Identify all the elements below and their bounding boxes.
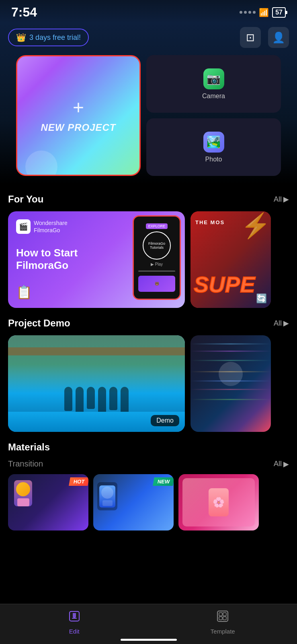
side-buttons: 📷 Camera 🏞️ Photo xyxy=(146,55,281,176)
materials-section: Materials Transition All ▶ HOT xyxy=(0,432,297,530)
svg-rect-6 xyxy=(219,617,222,620)
for-you-cards: 🎬 WondershareFilmoraGo How to StartFilmo… xyxy=(8,211,289,308)
super-card[interactable]: ⚡ THE MOS SUPE 🔄 xyxy=(190,211,271,308)
photo-label: Photo xyxy=(205,156,222,163)
header-actions: ⊡ 👤 xyxy=(240,27,289,48)
holographic-effect xyxy=(190,335,271,432)
transition-cards: HOT NEW 🌸 xyxy=(8,474,289,530)
edit-label: Edit xyxy=(69,628,80,635)
svg-rect-7 xyxy=(223,617,226,620)
new-badge: NEW xyxy=(153,477,174,486)
hot-badge: HOT xyxy=(69,477,88,486)
card-action-icon: 🔄 xyxy=(256,293,267,304)
transition-card-3[interactable]: 🌸 xyxy=(178,474,259,530)
video-projects-icon: ⊡ xyxy=(246,31,255,44)
lightning-icon: ⚡ xyxy=(241,211,271,240)
card-logo-text: WondershareFilmoraGo xyxy=(34,219,68,234)
bottom-nav: Edit Template xyxy=(0,604,297,644)
chevron-right-icon: ▶ xyxy=(283,319,289,328)
crown-icon: 👑 xyxy=(16,33,26,42)
photo-icon: 🏞️ xyxy=(203,132,224,153)
video-projects-button[interactable]: ⊡ xyxy=(240,27,261,48)
pool-structure xyxy=(8,347,185,355)
profile-icon: 👤 xyxy=(272,31,285,44)
transition-card-1[interactable]: HOT xyxy=(8,474,88,530)
trees-background xyxy=(8,335,185,393)
edit-icon xyxy=(68,610,81,625)
camera-label: Camera xyxy=(202,93,225,100)
trial-badge[interactable]: 👑 3 days free trial! xyxy=(8,29,89,46)
project-demo-cards: Demo xyxy=(8,335,289,432)
svg-marker-1 xyxy=(73,613,76,619)
svg-rect-3 xyxy=(217,611,228,621)
new-project-label: NEW PROJECT xyxy=(41,122,116,133)
phone-mockup: EXPLORE FilmoraGoTutorials ▶ Play 🐻 xyxy=(133,215,181,300)
quick-actions: + NEW PROJECT 📷 Camera 🏞️ Photo xyxy=(8,55,289,176)
home-indicator xyxy=(121,639,177,641)
demo-badge: Demo xyxy=(151,415,179,426)
svg-rect-4 xyxy=(219,613,222,616)
nav-edit[interactable]: Edit xyxy=(0,604,149,644)
template-label: Template xyxy=(211,628,235,635)
chevron-right-icon: ▶ xyxy=(283,195,289,204)
pool-demo-card[interactable]: Demo xyxy=(8,335,185,432)
project-demo-section: Project Demo All ▶ Demo xyxy=(0,308,297,432)
filmorago-tutorial-card[interactable]: 🎬 WondershareFilmoraGo How to StartFilmo… xyxy=(8,211,185,308)
wifi-icon: 📶 xyxy=(259,8,269,17)
trial-text: 3 days free trial! xyxy=(29,33,81,42)
materials-title: Materials xyxy=(8,442,50,453)
new-project-button[interactable]: + NEW PROJECT xyxy=(16,55,141,176)
photo-button[interactable]: 🏞️ Photo xyxy=(146,118,281,176)
template-icon xyxy=(216,610,229,625)
header-top: 👑 3 days free trial! ⊡ 👤 xyxy=(8,27,289,48)
chevron-right-icon: ▶ xyxy=(283,460,289,469)
status-bar: 7:54 📶 57 xyxy=(0,0,297,23)
profile-button[interactable]: 👤 xyxy=(268,27,289,48)
wondershare-logo-icon: 🎬 xyxy=(16,219,31,234)
svg-rect-2 xyxy=(72,618,77,619)
status-icons: 📶 57 xyxy=(240,7,286,18)
holographic-demo-card[interactable] xyxy=(190,335,271,432)
project-demo-all-link[interactable]: All ▶ xyxy=(274,319,289,328)
project-demo-title: Project Demo xyxy=(8,318,70,329)
tutorials-circle: FilmoraGoTutorials xyxy=(143,231,171,260)
transition-card-2[interactable]: NEW xyxy=(93,474,174,530)
plus-icon: + xyxy=(73,98,84,117)
transition-all-link[interactable]: All ▶ xyxy=(274,460,289,469)
header: 👑 3 days free trial! ⊡ 👤 + NEW PROJECT 📷… xyxy=(0,23,297,184)
materials-header: Materials xyxy=(8,442,289,453)
transition-header: Transition All ▶ xyxy=(8,459,289,469)
explore-badge: EXPLORE xyxy=(146,223,168,229)
for-you-section: For You All ▶ 🎬 WondershareFilmoraGo How… xyxy=(0,184,297,308)
status-time: 7:54 xyxy=(11,5,37,20)
for-you-title: For You xyxy=(8,194,43,205)
project-demo-header: Project Demo All ▶ xyxy=(8,318,289,329)
transition-title: Transition xyxy=(8,459,43,469)
for-you-header: For You All ▶ xyxy=(8,194,289,205)
nav-template[interactable]: Template xyxy=(149,604,297,644)
camera-icon: 📷 xyxy=(203,68,224,89)
camera-button[interactable]: 📷 Camera xyxy=(146,55,281,113)
svg-rect-5 xyxy=(223,613,226,616)
for-you-all-link[interactable]: All ▶ xyxy=(274,195,289,204)
signal-dots-icon xyxy=(240,11,256,14)
battery-indicator: 57 xyxy=(272,7,286,18)
bottom-spacer xyxy=(0,530,297,575)
